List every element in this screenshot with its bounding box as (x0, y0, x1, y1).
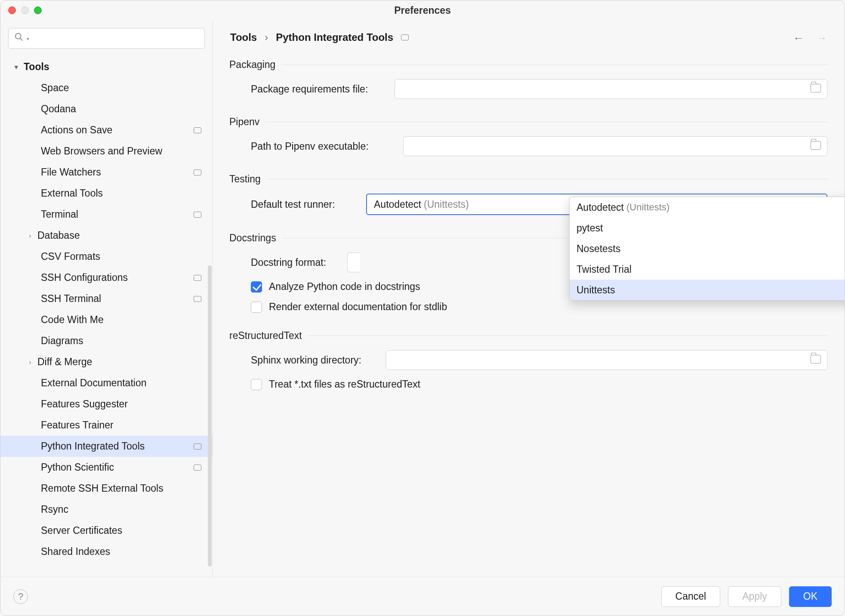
sidebar-item-space[interactable]: Space (0, 77, 213, 99)
test-runner-dropdown[interactable]: Autodetect(Unittests)pytestNosetestsTwis… (569, 197, 845, 301)
sidebar-item-ssh-configurations[interactable]: SSH Configurations (0, 267, 213, 288)
settings-tree[interactable]: ▾ Tools SpaceQodanaActions on SaveWeb Br… (0, 56, 213, 577)
browse-folder-icon[interactable] (811, 84, 821, 92)
nav-back-icon[interactable]: ← (793, 31, 804, 45)
nav-forward-icon[interactable]: → (816, 31, 827, 45)
section-legend: Pipenv (229, 116, 265, 128)
cancel-button[interactable]: Cancel (661, 586, 721, 607)
checkbox-label: Treat *.txt files as reStructuredText (269, 379, 420, 390)
dropdown-option-label: Nosetests (577, 243, 620, 255)
sidebar-item-label: Remote SSH External Tools (41, 483, 163, 494)
sidebar-item-code-with-me[interactable]: Code With Me (0, 309, 213, 330)
checkbox-label: Analyze Python code in docstrings (269, 281, 420, 293)
sidebar-item-label: Terminal (41, 209, 78, 220)
docstring-format-select[interactable] (347, 253, 360, 272)
sidebar-item-qodana[interactable]: Qodana (0, 99, 213, 120)
sidebar-item-label: Diagrams (41, 335, 83, 347)
breadcrumb: Tools › Python Integrated Tools (230, 31, 827, 43)
pipenv-path-input[interactable] (403, 136, 827, 156)
sidebar-item-label: CSV Formats (41, 251, 100, 262)
section-rst: reStructuredText Sphinx working director… (230, 330, 827, 390)
analyze-docstrings-checkbox[interactable] (251, 281, 262, 293)
project-scope-icon (194, 444, 201, 450)
dropdown-option-label: Autodetect (577, 202, 624, 213)
breadcrumb-part-1[interactable]: Tools (230, 31, 257, 43)
render-stdlib-docs-checkbox[interactable] (251, 302, 262, 313)
sidebar-item-label: Qodana (41, 103, 76, 115)
sidebar-item-diagrams[interactable]: Diagrams (0, 330, 213, 351)
dropdown-option-hint: (Unittests) (626, 202, 669, 213)
chevron-down-icon: ▾ (12, 63, 21, 71)
sidebar: ▾ ▾ Tools SpaceQodanaActions on SaveWeb … (0, 20, 213, 577)
sidebar-item-label: Database (37, 230, 80, 241)
search-input[interactable] (8, 28, 205, 49)
sidebar-item-actions-on-save[interactable]: Actions on Save (0, 120, 213, 141)
sidebar-item-file-watchers[interactable]: File Watchers (0, 162, 213, 183)
sidebar-item-shared-indexes[interactable]: Shared Indexes (0, 541, 213, 562)
dropdown-option-twisted-trial[interactable]: Twisted Trial (570, 259, 845, 280)
sphinx-dir-label: Sphinx working directory: (251, 354, 376, 366)
dropdown-option-pytest[interactable]: pytest (570, 218, 845, 238)
sidebar-item-csv-formats[interactable]: CSV Formats (0, 246, 213, 267)
browse-folder-icon[interactable] (811, 355, 821, 363)
sidebar-item-label: Python Integrated Tools (41, 440, 145, 452)
sidebar-item-label: Python Scientific (41, 462, 114, 473)
docstring-format-label: Docstring format: (251, 257, 337, 268)
sidebar-item-features-suggester[interactable]: Features Suggester (0, 394, 213, 415)
apply-button[interactable]: Apply (728, 586, 781, 607)
sidebar-item-label: Features Suggester (41, 398, 128, 410)
section-legend: Testing (229, 173, 267, 185)
ok-button[interactable]: OK (789, 586, 832, 607)
sidebar-item-python-integrated-tools[interactable]: Python Integrated Tools (0, 436, 213, 457)
treat-txt-as-rst-checkbox[interactable] (251, 379, 262, 390)
sidebar-item-ssh-terminal[interactable]: SSH Terminal (0, 288, 213, 309)
sidebar-item-label: File Watchers (41, 166, 101, 178)
sidebar-item-diff-merge[interactable]: ›Diff & Merge (0, 351, 213, 373)
svg-line-1 (20, 38, 23, 41)
sidebar-item-server-certificates[interactable]: Server Certificates (0, 520, 213, 541)
chevron-right-icon: › (25, 358, 35, 366)
project-scope-icon (194, 465, 201, 471)
section-legend: reStructuredText (229, 330, 308, 342)
sidebar-item-features-trainer[interactable]: Features Trainer (0, 415, 213, 436)
sidebar-item-python-scientific[interactable]: Python Scientific (0, 457, 213, 478)
breadcrumb-part-2: Python Integrated Tools (276, 31, 393, 43)
dropdown-option-label: Twisted Trial (577, 264, 632, 275)
section-legend: Docstrings (229, 232, 282, 244)
sidebar-item-rsync[interactable]: Rsync (0, 499, 213, 520)
sidebar-item-remote-ssh-external-tools[interactable]: Remote SSH External Tools (0, 478, 213, 499)
settings-search[interactable]: ▾ (8, 28, 205, 49)
help-button[interactable]: ? (13, 589, 28, 604)
select-value-hint: (Unittests) (424, 199, 469, 210)
scrollbar-thumb[interactable] (208, 265, 212, 567)
select-value: Autodetect (374, 199, 421, 210)
dropdown-option-label: Unittests (577, 284, 615, 296)
preferences-window: Preferences ▾ ▾ Tools SpaceQodanaActions… (0, 0, 845, 616)
sidebar-item-label: External Documentation (41, 377, 146, 389)
sidebar-item-web-browsers-and-preview[interactable]: Web Browsers and Preview (0, 141, 213, 162)
dropdown-option-autodetect[interactable]: Autodetect(Unittests) (570, 197, 845, 218)
sidebar-item-external-tools[interactable]: External Tools (0, 183, 213, 204)
window-title: Preferences (0, 5, 845, 16)
dropdown-option-nosetests[interactable]: Nosetests (570, 238, 845, 259)
browse-folder-icon[interactable] (811, 141, 821, 150)
tree-node-tools[interactable]: ▾ Tools (0, 56, 213, 77)
content-pane: ← → Tools › Python Integrated Tools Pack… (213, 20, 845, 577)
package-req-input[interactable] (395, 79, 827, 99)
test-runner-label: Default test runner: (251, 199, 356, 210)
sidebar-item-label: Code With Me (41, 314, 104, 326)
section-packaging: Packaging Package requirements file: (230, 59, 827, 99)
dropdown-option-unittests[interactable]: Unittests (570, 280, 845, 300)
project-scope-icon (194, 296, 201, 302)
sidebar-item-database[interactable]: ›Database (0, 225, 213, 246)
sidebar-item-terminal[interactable]: Terminal (0, 204, 213, 225)
project-scope-icon (194, 169, 201, 176)
sidebar-item-label: Server Certificates (41, 525, 122, 536)
sphinx-dir-input[interactable] (386, 350, 827, 370)
project-scope-icon (194, 275, 201, 281)
search-icon: ▾ (14, 32, 29, 44)
sidebar-item-label: Space (41, 82, 69, 94)
project-scope-icon (194, 212, 201, 218)
section-pipenv: Pipenv Path to Pipenv executable: (230, 116, 827, 156)
sidebar-item-external-documentation[interactable]: External Documentation (0, 373, 213, 394)
